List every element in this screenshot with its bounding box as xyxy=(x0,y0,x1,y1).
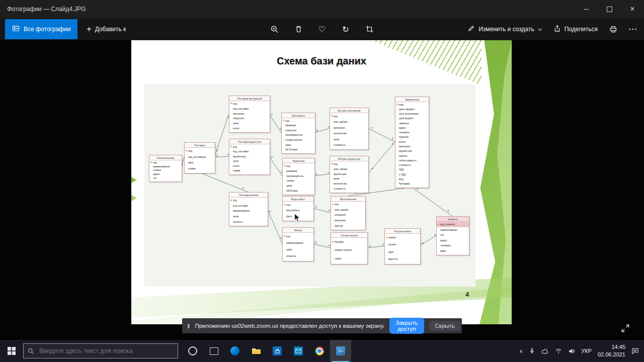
key-icon xyxy=(230,146,232,147)
maximize-button[interactable] xyxy=(598,0,621,18)
cardinality-label: ∞ xyxy=(369,244,371,247)
favorite-icon[interactable]: ♡ xyxy=(318,25,327,34)
action-center-icon[interactable] xyxy=(631,347,639,354)
entity-field: с НДС xyxy=(395,172,429,176)
entity-field: код xyxy=(149,160,182,164)
clock[interactable]: 14:45 02.06.2021 xyxy=(598,343,625,358)
mic-icon[interactable] xyxy=(529,347,535,354)
key-icon xyxy=(230,200,232,201)
entity-table: Поставка фурнітурикодкод_поставкифурниту… xyxy=(229,139,270,175)
entity-field: код xyxy=(331,202,365,207)
entity-field: ном_заказа xyxy=(331,207,365,213)
edit-create-button[interactable]: Изменить и создать xyxy=(467,25,542,34)
key-icon xyxy=(284,165,285,166)
mail-icon xyxy=(294,346,303,355)
entity-field: факс xyxy=(437,248,469,254)
entity-field: дата xyxy=(185,160,215,166)
entity-title: Мебли xyxy=(283,228,313,233)
volume-icon[interactable] xyxy=(568,348,575,354)
entity-table: Поставка меблівкодкод поставкинаименуван… xyxy=(229,192,268,226)
entity-field: найменування xyxy=(283,239,313,246)
entity-field: цена xyxy=(282,142,315,147)
entity-title: Виготовлення xyxy=(331,197,365,202)
entity-field: адрес xyxy=(149,172,182,176)
minimize-button[interactable] xyxy=(575,0,598,18)
taskbar-apps xyxy=(182,340,351,362)
file-explorer-button[interactable] xyxy=(246,340,267,362)
mouse-cursor xyxy=(294,213,301,224)
entity-title: Витрати матеріалів xyxy=(330,108,368,113)
entity-field: код xyxy=(283,163,314,168)
chevron-down-icon xyxy=(538,26,542,33)
cardinality-label: ∞ xyxy=(371,126,373,129)
share-button[interactable]: Поделиться xyxy=(553,25,598,34)
entity-field: производитель xyxy=(283,173,314,178)
entity-field: дата xyxy=(385,248,420,255)
network-icon[interactable] xyxy=(555,348,562,354)
entity-table: Склад покупкиНомЗапномер покупкитовар xyxy=(331,232,368,264)
entity-field: код xyxy=(282,118,315,123)
key-icon xyxy=(186,150,187,151)
crop-icon[interactable] xyxy=(365,25,374,34)
entity-field: вид работы xyxy=(283,208,313,214)
entity-field: номер покупки xyxy=(331,246,367,254)
entity-field: цена xyxy=(330,136,368,142)
close-button[interactable]: × xyxy=(621,0,644,18)
more-button[interactable]: ⋯ xyxy=(628,25,637,34)
task-view-button[interactable] xyxy=(203,340,224,362)
cardinality-label: ∞ xyxy=(271,155,273,158)
entity-table: Постачальникикоднаименованиестранаадрест… xyxy=(149,155,182,182)
photos-app-button[interactable] xyxy=(330,340,351,362)
start-button[interactable] xyxy=(0,340,23,362)
entity-table: Фурнітуракодназваниепроизводительстранац… xyxy=(282,158,315,195)
close-access-button[interactable]: Закрыть доступ xyxy=(389,318,424,334)
start-icon xyxy=(8,347,16,355)
entity-field: расценка xyxy=(331,218,365,223)
maximize-icon xyxy=(607,7,612,12)
add-to-button[interactable]: + Добавить к xyxy=(87,25,126,33)
hide-banner-button[interactable]: Скрыть xyxy=(429,321,461,331)
entity-field: кількість xyxy=(283,253,313,259)
search-input[interactable] xyxy=(38,347,174,355)
entity-title: Постачальники xyxy=(149,155,182,160)
entity-field: на Складе xyxy=(282,147,315,152)
entity-field: код xyxy=(283,233,313,239)
tray-chevron-icon[interactable]: ∧ xyxy=(519,348,523,354)
entity-field: наименование xyxy=(149,164,182,168)
taskbar-search-box[interactable] xyxy=(23,343,178,358)
cardinality-label: 1 xyxy=(315,241,317,244)
rotate-icon[interactable]: ↻ xyxy=(342,25,350,34)
onedrive-icon[interactable] xyxy=(541,348,549,354)
entity-field: код xyxy=(229,144,270,149)
entity-field: код_поставки xyxy=(229,149,270,154)
entity-field: материал xyxy=(229,111,270,116)
zoom-in-icon[interactable] xyxy=(271,25,279,34)
entity-field: дата видачи xyxy=(395,116,429,121)
store-icon xyxy=(273,346,282,355)
all-photos-button[interactable]: Все фотографии xyxy=(5,19,77,39)
edge-button[interactable] xyxy=(224,340,246,362)
delete-icon[interactable] xyxy=(294,25,303,34)
entity-table: Клиентикод_клиентанаименованиегеоадресте… xyxy=(436,216,469,255)
entity-field: наименування xyxy=(229,208,268,214)
entity-table: Поставкикодкод_поставщикдатасумма xyxy=(184,142,215,173)
language-indicator[interactable]: УКР xyxy=(581,348,592,354)
key-icon xyxy=(150,161,152,163)
entity-field: покрытие xyxy=(229,116,270,121)
entity-field: цена xyxy=(229,121,270,126)
mail-button[interactable] xyxy=(288,340,309,362)
entity-field: код xyxy=(330,113,368,119)
chrome-button[interactable] xyxy=(309,340,330,362)
cardinality-label: 1 xyxy=(392,137,394,140)
cortana-button[interactable] xyxy=(182,340,203,362)
entity-field: код xyxy=(283,202,313,208)
cardinality-label: ∞ xyxy=(422,241,424,244)
key-icon xyxy=(331,163,333,164)
cardinality-label: ∞ xyxy=(371,167,373,170)
entity-field: материал xyxy=(330,125,368,131)
entity-field: клиент xyxy=(385,241,420,248)
print-button[interactable] xyxy=(609,25,617,34)
store-button[interactable] xyxy=(267,340,288,362)
expand-button[interactable] xyxy=(621,324,630,335)
entity-field: страна-произв xyxy=(282,137,315,142)
